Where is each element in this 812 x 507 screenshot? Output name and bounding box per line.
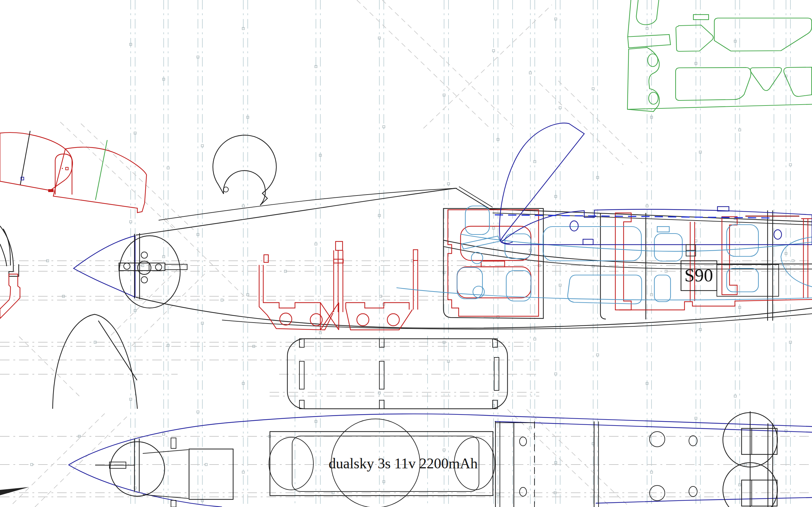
cyan-lightening-hole <box>727 268 758 292</box>
frame-hole <box>650 432 665 447</box>
wheel-well-chord <box>98 321 137 380</box>
cyan-lightening-hole <box>727 225 758 257</box>
green-hook-part <box>636 0 659 25</box>
cyan-cutout <box>465 206 490 234</box>
vertical-guides <box>131 0 791 507</box>
rear-plan-frames <box>496 421 773 507</box>
cad-canvas[interactable]: S90 <box>0 0 812 507</box>
servo-body-plan <box>742 429 777 454</box>
red-bottom-edge <box>619 299 812 310</box>
frame-hole <box>519 487 526 496</box>
former-tab <box>336 241 343 250</box>
ring-hole <box>223 187 229 192</box>
wing-pointer <box>0 487 29 495</box>
frame-slot <box>481 261 505 267</box>
side-view: S90 <box>73 123 812 330</box>
mount-hole <box>141 252 148 258</box>
mount-hole <box>124 263 130 269</box>
battery-label: dualsky 3s 11v 2200mAh <box>328 455 478 471</box>
green-flat-parts <box>627 0 812 112</box>
green-strip-part <box>628 35 670 48</box>
cyan-cutout <box>505 234 531 259</box>
cowl-arc <box>0 244 7 266</box>
red-canopy-dome <box>53 147 147 213</box>
plan-rail <box>495 421 812 432</box>
left-edge-parts <box>0 226 137 409</box>
tray-hole <box>280 313 292 325</box>
green-panel-cutout <box>676 25 713 51</box>
plan-rail-lower <box>596 498 812 503</box>
servo-label: S90 <box>684 265 713 285</box>
mount-hole <box>141 277 148 283</box>
plate-notch <box>379 339 384 347</box>
cyan-blob <box>471 252 483 264</box>
spine-hole <box>570 221 578 231</box>
servo-tab <box>686 245 696 250</box>
cyan-lightening-hole <box>654 275 670 302</box>
cyan-chine-line <box>397 288 812 300</box>
battery-assembly: dualsky 3s 11v 2200mAh <box>269 419 495 507</box>
green-panel-cutout <box>784 67 812 96</box>
tray-hole <box>387 314 399 326</box>
cowl-ring-part <box>213 135 276 205</box>
green-side-rib <box>627 48 659 112</box>
red-node-marker <box>66 167 68 170</box>
diagonal-guides <box>13 0 642 507</box>
frame-hole <box>519 437 526 446</box>
frame-cutout <box>461 226 531 261</box>
plate-notch <box>299 339 304 347</box>
former-tab <box>413 250 418 261</box>
cyan-lightening-hole <box>543 227 641 261</box>
wing-chord-line <box>159 188 457 220</box>
plan-outline-lower <box>68 465 222 507</box>
red-canopy-parts <box>0 131 147 213</box>
plate-slot <box>379 361 384 389</box>
red-former-brackets <box>259 241 418 330</box>
green-panel-cutout <box>751 67 781 91</box>
battery-cell <box>269 437 313 490</box>
servo-body-plan <box>742 480 777 506</box>
rib-hole <box>648 54 658 66</box>
fuselage-top-line <box>136 188 456 235</box>
windshield-line <box>459 187 493 207</box>
red-former-edge <box>690 222 695 301</box>
open-canopy <box>500 123 584 243</box>
plate-slot <box>299 361 304 389</box>
red-canopy-segment <box>0 132 72 190</box>
mount-tick <box>171 500 176 507</box>
mount-tick <box>171 438 176 448</box>
fuselage-bottom-line <box>136 297 812 328</box>
cyan-saddle-line <box>461 234 812 251</box>
red-former-edge <box>722 217 737 295</box>
rear-deck-line <box>493 213 812 225</box>
cowl-arc <box>0 226 13 264</box>
taper-line <box>143 450 189 453</box>
green-small-rect-part <box>693 14 709 20</box>
frame-hole <box>650 486 665 501</box>
rib-hole <box>649 92 658 104</box>
spine-tab <box>583 239 593 245</box>
frame-hole <box>689 487 697 497</box>
cowl-step <box>9 264 19 276</box>
tray-hole <box>357 314 369 326</box>
red-notch-mark <box>48 189 54 192</box>
cyan-notch <box>657 227 669 232</box>
spinner-outline <box>73 236 135 297</box>
green-edge-line <box>628 0 631 37</box>
cyan-lightening-hole <box>654 233 682 261</box>
green-panel-cutout <box>714 18 812 51</box>
green-panel-bottom-edge <box>627 104 812 109</box>
spine-hole <box>774 230 781 239</box>
cowl-arc <box>3 229 10 266</box>
cockpit-red-frame <box>448 210 539 316</box>
mount-hole <box>155 264 162 270</box>
plate-notch <box>299 400 304 409</box>
motor-circle-plan <box>110 442 165 496</box>
equipment-box-plan <box>189 449 233 499</box>
plate-notch <box>379 400 384 409</box>
black-reference-segment <box>20 131 30 185</box>
former-tab <box>264 255 268 262</box>
red-dot-marker <box>62 168 63 169</box>
taper-line <box>143 495 189 498</box>
turtledeck-spine <box>495 207 812 245</box>
